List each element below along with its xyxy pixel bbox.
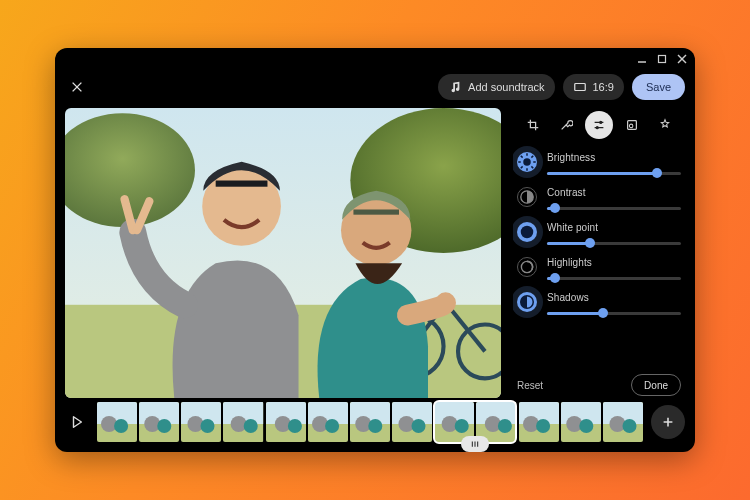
- svg-point-72: [412, 419, 426, 433]
- svg-point-26: [629, 124, 633, 128]
- aspect-ratio-button[interactable]: 16:9: [563, 74, 624, 100]
- back-close-button[interactable]: [65, 75, 89, 99]
- timeline: [55, 398, 695, 452]
- video-preview[interactable]: [65, 108, 501, 398]
- tool-tab-filters[interactable]: [618, 111, 646, 139]
- svg-point-37: [521, 226, 534, 239]
- adjust-white-point: White point: [515, 216, 683, 251]
- save-button[interactable]: Save: [632, 74, 685, 100]
- adjust-slider[interactable]: [547, 307, 681, 319]
- adjust-icon[interactable]: [517, 257, 537, 277]
- aspect-ratio-icon: [573, 80, 587, 94]
- editor-toolbar: Add soundtrack 16:9 Save: [55, 70, 695, 104]
- window-close-button[interactable]: [677, 54, 687, 64]
- tool-tabs: [513, 108, 685, 142]
- adjust-label: Brightness: [547, 152, 681, 163]
- svg-point-60: [288, 419, 302, 433]
- svg-point-80: [498, 419, 512, 433]
- adjust-icon[interactable]: [517, 292, 537, 312]
- timeline-frame[interactable]: [308, 402, 348, 442]
- adjust-highlights: Highlights: [515, 251, 683, 286]
- music-note-icon: [448, 80, 462, 94]
- svg-point-22: [599, 121, 602, 124]
- timeline-frame[interactable]: [139, 402, 179, 442]
- timeline-frame[interactable]: [223, 402, 263, 442]
- adjust-icon[interactable]: [517, 152, 537, 172]
- crop-rotate-icon: [526, 118, 540, 132]
- adjust-icon[interactable]: [517, 222, 537, 242]
- timeline-frame[interactable]: [476, 402, 516, 442]
- adjust-label: Highlights: [547, 257, 681, 268]
- svg-line-34: [521, 166, 523, 168]
- timeline-frame[interactable]: [561, 402, 601, 442]
- adjustments-list: BrightnessContrastWhite pointHighlightsS…: [513, 142, 685, 368]
- titlebar: [55, 48, 695, 70]
- panel-footer: Reset Done: [513, 368, 685, 398]
- timeline-frame[interactable]: [392, 402, 432, 442]
- svg-rect-16: [216, 181, 268, 187]
- adjust-label: Shadows: [547, 292, 681, 303]
- window-minimize-button[interactable]: [637, 54, 647, 64]
- adjust-brightness: Brightness: [515, 146, 683, 181]
- svg-point-76: [455, 419, 469, 433]
- adjust-label: White point: [547, 222, 681, 233]
- aspect-ratio-label: 16:9: [593, 81, 614, 93]
- adjust-slider[interactable]: [547, 202, 681, 214]
- adjust-slider[interactable]: [547, 167, 681, 179]
- done-button[interactable]: Done: [631, 374, 681, 396]
- timeline-frame[interactable]: [97, 402, 137, 442]
- adjustments-panel: BrightnessContrastWhite pointHighlightsS…: [513, 108, 685, 398]
- adjust-slider[interactable]: [547, 237, 681, 249]
- save-label: Save: [646, 81, 671, 93]
- play-button[interactable]: [65, 410, 89, 434]
- editor-content: BrightnessContrastWhite pointHighlightsS…: [55, 104, 695, 398]
- timeline-frame[interactable]: [266, 402, 306, 442]
- timeline-frame[interactable]: [434, 402, 474, 442]
- tool-tab-crop-rotate[interactable]: [519, 111, 547, 139]
- tool-tab-sliders[interactable]: [585, 111, 613, 139]
- svg-line-32: [521, 156, 523, 158]
- tool-tab-tools[interactable]: [552, 111, 580, 139]
- sliders-icon: [592, 118, 606, 132]
- svg-rect-20: [353, 210, 399, 215]
- adjust-icon[interactable]: [517, 187, 537, 207]
- timeline-frame[interactable]: [519, 402, 559, 442]
- adjust-contrast: Contrast: [515, 181, 683, 216]
- timeline-frame[interactable]: [350, 402, 390, 442]
- clip-strip[interactable]: [97, 402, 643, 442]
- window-maximize-button[interactable]: [657, 54, 667, 64]
- svg-rect-6: [574, 84, 585, 91]
- svg-line-33: [531, 166, 533, 168]
- svg-point-52: [201, 419, 215, 433]
- svg-point-56: [244, 419, 258, 433]
- svg-point-27: [523, 158, 531, 166]
- tool-tab-effects[interactable]: [651, 111, 679, 139]
- timeline-frame[interactable]: [181, 402, 221, 442]
- add-soundtrack-button[interactable]: Add soundtrack: [438, 74, 554, 100]
- add-clip-button[interactable]: [651, 405, 685, 439]
- svg-point-88: [579, 419, 593, 433]
- svg-point-24: [596, 126, 599, 129]
- filters-icon: [625, 118, 639, 132]
- svg-point-44: [114, 419, 128, 433]
- adjust-label: Contrast: [547, 187, 681, 198]
- svg-point-84: [536, 419, 550, 433]
- svg-marker-40: [74, 417, 82, 428]
- svg-point-48: [157, 419, 171, 433]
- reset-button[interactable]: Reset: [517, 380, 543, 391]
- svg-point-68: [368, 419, 382, 433]
- svg-point-92: [622, 419, 636, 433]
- tools-icon: [559, 118, 573, 132]
- svg-point-64: [325, 419, 339, 433]
- adjust-slider[interactable]: [547, 272, 681, 284]
- svg-line-35: [531, 156, 533, 158]
- app-window: Add soundtrack 16:9 Save: [55, 48, 695, 452]
- adjust-shadows: Shadows: [515, 286, 683, 321]
- timeline-frame[interactable]: [603, 402, 643, 442]
- svg-rect-1: [659, 56, 666, 63]
- add-soundtrack-label: Add soundtrack: [468, 81, 544, 93]
- effects-icon: [658, 118, 672, 132]
